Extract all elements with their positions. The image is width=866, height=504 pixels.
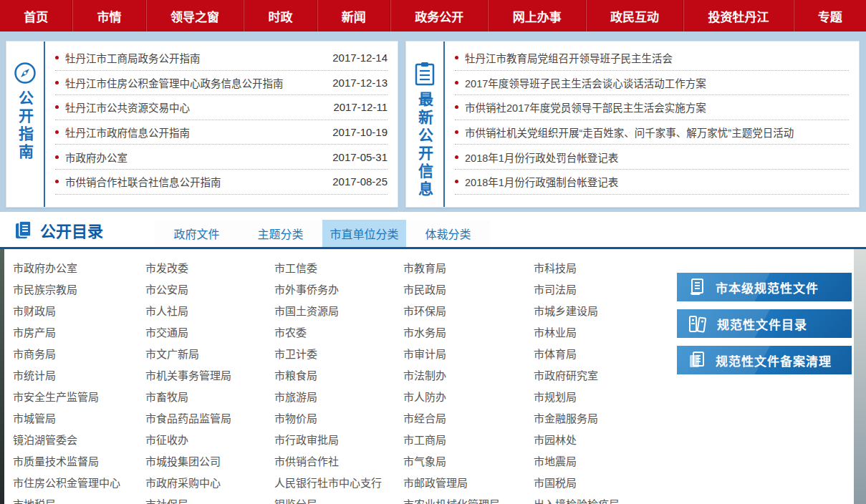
side-button-1[interactable]: 规范性文件目录 (677, 309, 852, 338)
department-link[interactable]: 市人社局 (145, 301, 274, 322)
department-link[interactable]: 市环保局 (403, 301, 534, 322)
latest-list-item[interactable]: 牡丹江市教育局党组召开领导班子民主生活会 (455, 46, 849, 71)
guide-list-item[interactable]: 市政府办公室2017-05-31 (55, 145, 388, 170)
guide-item-date: 2017-12-14 (332, 52, 388, 64)
latest-list-item[interactable]: 2018年1月份行政强制台帐登记表 (455, 170, 849, 195)
department-link[interactable]: 市园林处 (534, 430, 672, 451)
department-link[interactable]: 市民政局 (403, 279, 534, 301)
tab-0[interactable]: 政府文件 (155, 220, 239, 247)
nav-item-3[interactable]: 时政 (244, 0, 317, 32)
department-link[interactable]: 市地震局 (534, 451, 672, 472)
guide-item-date: 2017-08-25 (332, 175, 388, 188)
department-link[interactable]: 人民银行牡市中心支行 (274, 472, 403, 494)
guide-list-item[interactable]: 牡丹江市公共资源交易中心2017-12-11 (55, 95, 388, 120)
department-link[interactable]: 市工信委 (274, 258, 403, 279)
department-link[interactable]: 市民族宗教局 (13, 279, 145, 301)
guide-item-date: 2017-12-13 (332, 77, 388, 89)
nav-item-5[interactable]: 政务公开 (390, 0, 488, 32)
compass-icon (14, 62, 37, 84)
department-link[interactable]: 市水务局 (403, 322, 534, 344)
latest-list-item[interactable]: 市供销社机关党组织开展“走百姓家、问千家事、解万家忧”主题党日活动 (455, 120, 849, 145)
department-link[interactable]: 市气象局 (403, 451, 534, 472)
department-link[interactable]: 市金融服务局 (534, 408, 672, 430)
left-edge-decoration (0, 249, 4, 504)
nav-item-8[interactable]: 投资牡丹江 (683, 0, 793, 32)
department-link[interactable]: 市财政局 (13, 301, 145, 322)
tab-2[interactable]: 市直单位分类 (322, 220, 406, 247)
department-link[interactable]: 市物价局 (274, 408, 403, 430)
nav-item-0[interactable]: 首页 (0, 0, 72, 32)
guide-item-title: 牡丹江市工商局政务公开指南 (65, 50, 325, 65)
department-link[interactable]: 市商务局 (13, 344, 145, 365)
catalog-header: 公开目录 政府文件主题分类市直单位分类体裁分类 (0, 212, 866, 247)
tab-3[interactable]: 体裁分类 (406, 220, 490, 247)
department-link[interactable]: 市机关事务管理局 (145, 365, 274, 387)
department-link[interactable]: 市政府研究室 (534, 365, 672, 387)
guide-list-item[interactable]: 牡丹江市住房公积金管理中心政务信息公开指南2017-12-13 (55, 71, 388, 96)
department-link[interactable]: 市规划局 (534, 387, 672, 408)
nav-item-7[interactable]: 政民互动 (586, 0, 683, 32)
department-link[interactable]: 市政府办公室 (13, 258, 145, 279)
department-link[interactable]: 市城乡建设局 (534, 301, 672, 322)
department-link[interactable]: 市法制办 (403, 365, 534, 387)
department-link[interactable]: 市食品药品监管局 (145, 408, 274, 430)
department-link[interactable]: 市政府采购中心 (145, 472, 274, 494)
department-link[interactable]: 市经合局 (403, 408, 534, 430)
department-link[interactable]: 市安全生产监管局 (13, 387, 145, 408)
guide-list-item[interactable]: 牡丹江市工商局政务公开指南2017-12-14 (55, 46, 388, 71)
department-link[interactable]: 市司法局 (534, 279, 672, 301)
department-link[interactable]: 市科技局 (534, 258, 672, 279)
department-link[interactable]: 市林业局 (534, 322, 672, 344)
department-link[interactable]: 市工商局 (403, 430, 534, 451)
guide-list-item[interactable]: 牡丹江市政府信息公开指南2017-10-19 (55, 120, 388, 145)
side-button-label: 规范性文件目录 (717, 315, 807, 333)
department-link[interactable]: 市国税局 (534, 472, 672, 494)
side-button-2[interactable]: 规范性文件备案清理 (677, 346, 852, 374)
latest-list-item[interactable]: 市供销社2017年度党员领导干部民主生活会实施方案 (455, 95, 849, 120)
nav-item-1[interactable]: 市情 (72, 0, 145, 32)
side-button-label: 市本级规范性文件 (716, 278, 819, 296)
nav-item-9[interactable]: 专题 (794, 0, 866, 32)
department-link[interactable]: 市农业机械化管理局 (403, 494, 534, 504)
department-link[interactable]: 市城管局 (13, 408, 145, 430)
department-link[interactable]: 银监分局 (274, 494, 403, 504)
department-link[interactable]: 市体育局 (534, 344, 672, 365)
nav-item-4[interactable]: 新闻 (317, 0, 390, 32)
binders-icon (687, 314, 708, 334)
department-link[interactable]: 市地税局 (13, 494, 145, 504)
department-link[interactable]: 市外事侨务办 (274, 279, 403, 301)
department-link[interactable]: 市供销合作社 (274, 451, 403, 472)
department-link[interactable]: 市城投集团公司 (145, 451, 274, 472)
department-link[interactable]: 市邮政管理局 (403, 472, 534, 494)
department-link[interactable]: 市行政审批局 (274, 430, 403, 451)
department-link[interactable]: 市卫计委 (274, 344, 403, 365)
side-button-0[interactable]: 市本级规范性文件 (677, 273, 852, 301)
department-link[interactable]: 市社保局 (145, 494, 274, 504)
department-link[interactable]: 市农委 (274, 322, 403, 344)
department-link[interactable]: 市发改委 (145, 258, 274, 279)
department-link[interactable]: 市教育局 (403, 258, 534, 279)
department-link[interactable]: 市文广新局 (145, 344, 274, 365)
department-link[interactable]: 镜泊湖管委会 (13, 430, 145, 451)
latest-list-item[interactable]: 2017年度领导班子民主生活会谈心谈话活动工作方案 (455, 71, 849, 96)
department-link[interactable]: 市旅游局 (274, 387, 403, 408)
latest-list-item[interactable]: 2018年1月份行政处罚台帐登记表 (455, 145, 849, 170)
department-link[interactable]: 市交通局 (145, 322, 274, 344)
department-link[interactable]: 市房产局 (13, 322, 145, 344)
department-link[interactable]: 市粮食局 (274, 365, 403, 387)
department-link[interactable]: 市征收办 (145, 430, 274, 451)
department-link[interactable]: 市公安局 (145, 279, 274, 301)
department-link[interactable]: 市质量技术监督局 (13, 451, 145, 472)
department-link[interactable]: 市住房公积金管理中心 (13, 472, 145, 494)
tab-1[interactable]: 主题分类 (239, 220, 322, 247)
department-link[interactable]: 市畜牧局 (145, 387, 274, 408)
department-link[interactable]: 市人防办 (403, 387, 534, 408)
nav-item-2[interactable]: 领导之窗 (146, 0, 244, 32)
nav-item-6[interactable]: 网上办事 (488, 0, 585, 32)
department-link[interactable]: 出入境检验检疫局 (534, 494, 672, 504)
department-link[interactable]: 市国土资源局 (274, 301, 403, 322)
catalog-section: 公开目录 政府文件主题分类市直单位分类体裁分类 市政府办公室市发改委市工信委市教… (0, 212, 866, 504)
department-link[interactable]: 市统计局 (13, 365, 145, 387)
guide-list-item[interactable]: 市供销合作社联合社信息公开指南2017-08-25 (55, 170, 388, 195)
department-link[interactable]: 市审计局 (403, 344, 534, 365)
